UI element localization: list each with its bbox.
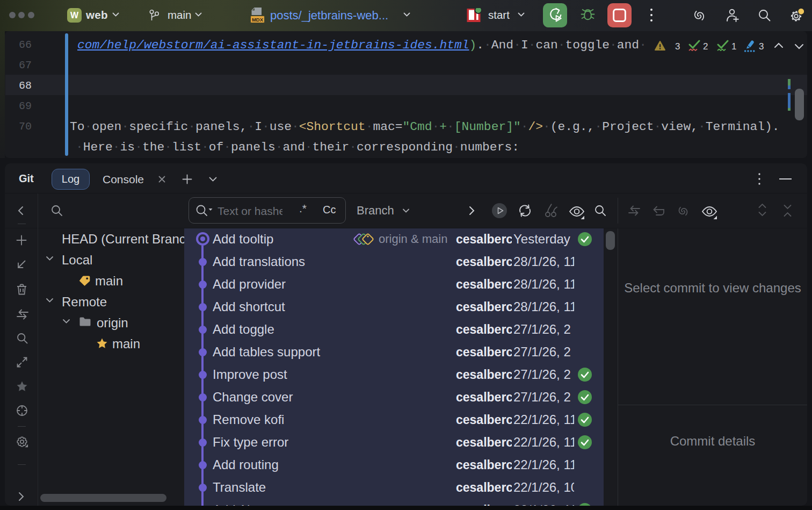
svg-text:MDX: MDX (252, 17, 264, 23)
svg-text:2: 2 (703, 41, 708, 52)
svg-text:1: 1 (731, 41, 736, 52)
svg-text:3: 3 (759, 41, 764, 52)
svg-text:3: 3 (675, 41, 680, 52)
